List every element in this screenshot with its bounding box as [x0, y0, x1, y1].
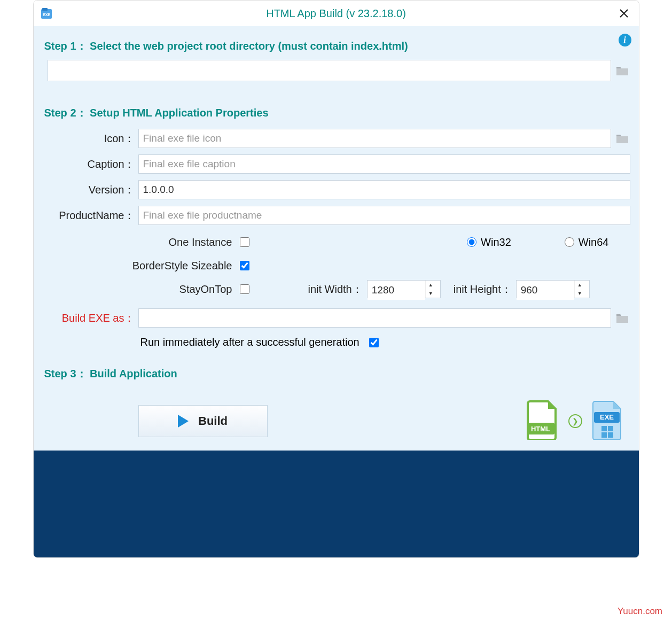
- height-down-button[interactable]: ▼: [575, 289, 585, 298]
- init-width-spinner[interactable]: ▲ ▼: [367, 280, 441, 298]
- browse-output-button[interactable]: [614, 310, 630, 326]
- browse-icon-button[interactable]: [614, 130, 630, 146]
- version-input[interactable]: [138, 180, 630, 199]
- win64-radio-item[interactable]: Win64: [565, 236, 609, 249]
- exe-file-icon: EXE: [591, 400, 625, 442]
- build-exe-as-input[interactable]: [138, 308, 611, 328]
- init-height-label: init Height：: [454, 282, 512, 297]
- productname-input[interactable]: [138, 206, 630, 225]
- browse-root-button[interactable]: [614, 63, 630, 79]
- content-area: i Step 1： Select the web project root di…: [34, 26, 639, 451]
- app-window: EXE HTML App Build (v 23.2.18.0) i Step …: [33, 0, 639, 558]
- init-width-input[interactable]: [368, 281, 425, 300]
- svg-rect-1: [42, 8, 48, 11]
- info-icon[interactable]: i: [619, 34, 631, 46]
- svg-rect-9: [601, 426, 607, 431]
- width-up-button[interactable]: ▲: [426, 281, 436, 289]
- productname-label: ProductName：: [42, 208, 138, 223]
- html-file-icon: HTML: [526, 400, 560, 442]
- conversion-graphic: HTML ❯ EXE: [526, 400, 625, 442]
- footer-panel: [34, 451, 639, 557]
- build-exe-as-label: Build EXE as：: [42, 311, 138, 325]
- win64-radio[interactable]: [565, 237, 574, 247]
- caption-label: Caption：: [42, 157, 138, 172]
- caption-input[interactable]: [138, 154, 630, 174]
- one-instance-label: One Instance: [42, 236, 240, 249]
- stay-on-top-label: StayOnTop: [42, 283, 240, 296]
- stay-on-top-checkbox[interactable]: [240, 284, 249, 294]
- win32-radio-item[interactable]: Win32: [467, 236, 511, 249]
- svg-text:HTML: HTML: [530, 425, 550, 433]
- app-icon: EXE: [40, 7, 53, 20]
- width-down-button[interactable]: ▼: [426, 289, 436, 298]
- version-label: Version：: [42, 183, 138, 197]
- build-button[interactable]: Build: [138, 405, 268, 437]
- close-button[interactable]: [615, 5, 632, 22]
- one-instance-checkbox[interactable]: [240, 237, 249, 247]
- win32-label: Win32: [481, 236, 511, 249]
- icon-input[interactable]: [138, 129, 611, 148]
- step1-header: Step 1： Select the web project root dire…: [44, 39, 630, 53]
- arrow-icon: ❯: [568, 414, 582, 428]
- icon-label: Icon：: [42, 131, 138, 146]
- build-button-label: Build: [198, 414, 228, 428]
- play-icon: [178, 415, 189, 428]
- init-width-label: init Width：: [308, 282, 363, 297]
- win32-radio[interactable]: [467, 237, 476, 247]
- svg-rect-12: [608, 432, 613, 438]
- svg-rect-10: [608, 426, 613, 431]
- svg-text:EXE: EXE: [599, 413, 613, 421]
- init-height-spinner[interactable]: ▲ ▼: [516, 280, 590, 298]
- run-after-checkbox[interactable]: [369, 338, 379, 347]
- step2-header: Step 2： Setup HTML Application Propertie…: [44, 106, 630, 120]
- svg-rect-11: [601, 432, 607, 438]
- project-root-input[interactable]: [48, 60, 611, 81]
- window-title: HTML App Build (v 23.2.18.0): [57, 7, 615, 20]
- svg-text:EXE: EXE: [42, 13, 50, 17]
- init-height-input[interactable]: [517, 281, 574, 300]
- watermark: Yuucn.com: [618, 606, 662, 617]
- titlebar: EXE HTML App Build (v 23.2.18.0): [34, 1, 639, 26]
- border-sizeable-checkbox[interactable]: [240, 261, 249, 270]
- run-after-label: Run immediately after a successful gener…: [140, 336, 360, 348]
- step3-header: Step 3： Build Application: [44, 367, 630, 381]
- height-up-button[interactable]: ▲: [575, 281, 585, 289]
- win64-label: Win64: [579, 236, 609, 249]
- border-sizeable-label: BorderStyle Sizeable: [42, 260, 240, 272]
